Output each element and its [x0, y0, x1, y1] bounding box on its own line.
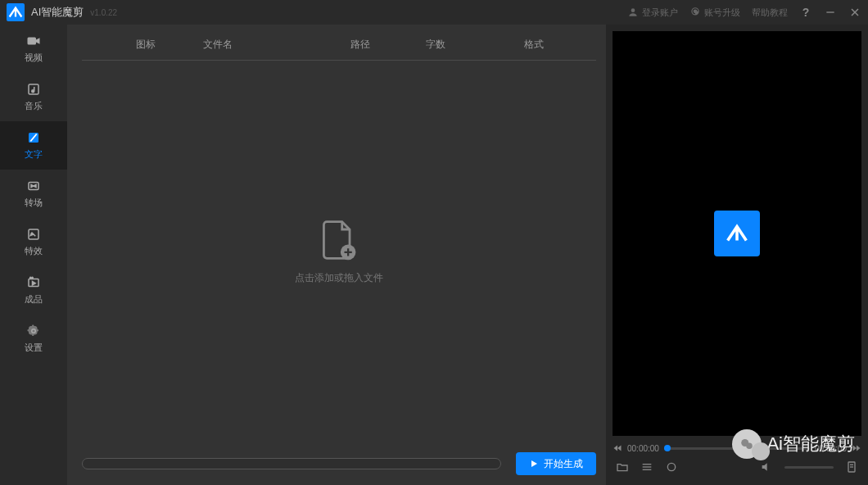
column-header-words: 字数 [426, 38, 524, 52]
sidebar-item-label: 设置 [25, 342, 43, 354]
column-header-filename: 文件名 [203, 38, 350, 52]
table-header: 图标 文件名 路径 字数 格式 [82, 38, 596, 61]
sidebar-item-music[interactable]: 音乐 [0, 73, 67, 121]
forward-icon[interactable] [852, 443, 861, 453]
close-button[interactable] [848, 6, 861, 19]
time-bar: 00:00:00 00:00:00 [613, 441, 861, 456]
upgrade-label: 账号升级 [704, 7, 740, 19]
rewind-icon[interactable] [613, 443, 622, 453]
sidebar-item-label: 音乐 [25, 100, 43, 112]
start-label: 开始生成 [544, 457, 583, 471]
login-label: 登录账户 [642, 7, 678, 19]
preview-logo-icon [714, 211, 760, 256]
titlebar: AI智能魔剪 v1.0.22 登录账户 账号升级 帮助教程 ? [0, 0, 868, 25]
svg-marker-17 [853, 446, 857, 451]
help-label: 帮助教程 [752, 7, 788, 19]
loop-icon[interactable] [665, 460, 678, 474]
volume-icon[interactable] [760, 460, 773, 474]
sidebar-item-label: 文字 [25, 148, 43, 161]
open-folder-icon[interactable] [616, 460, 629, 474]
column-header-format: 格式 [524, 38, 590, 52]
list-icon[interactable] [640, 460, 653, 474]
svg-marker-12 [33, 282, 36, 286]
preview-panel: 00:00:00 00:00:00 [606, 25, 868, 485]
svg-rect-4 [28, 38, 37, 45]
upgrade-button[interactable]: 账号升级 [689, 7, 740, 19]
sidebar-item-label: 特效 [25, 245, 43, 257]
svg-point-22 [667, 463, 675, 470]
svg-marker-14 [531, 460, 537, 467]
preview-video-area [613, 31, 861, 436]
time-total: 00:00:00 [815, 444, 847, 453]
sidebar: 视频 音乐 文字 转场 特效 成品 设置 [0, 25, 67, 485]
sidebar-item-video[interactable]: 视频 [0, 25, 67, 73]
help-icon[interactable]: ? [799, 6, 812, 19]
sidebar-item-label: 视频 [25, 52, 43, 64]
app-version: v1.0.22 [90, 8, 117, 17]
column-header-path: 路径 [350, 38, 426, 52]
file-icon[interactable] [845, 460, 858, 474]
bottom-bar: 开始生成 [82, 452, 596, 475]
dropzone-hint: 点击添加或拖入文件 [295, 271, 383, 285]
svg-point-10 [30, 277, 32, 279]
play-icon [529, 459, 539, 469]
svg-point-11 [32, 277, 34, 279]
app-logo-icon [7, 3, 25, 21]
sidebar-item-label: 转场 [25, 197, 43, 209]
app-title: AI智能魔剪 [31, 5, 84, 20]
sidebar-item-label: 成品 [25, 293, 43, 306]
progress-bar [82, 458, 501, 469]
sidebar-item-transition[interactable]: 转场 [0, 170, 67, 218]
help-tutorial-button[interactable]: 帮助教程 [752, 7, 788, 19]
minimize-button[interactable] [824, 6, 837, 19]
svg-point-0 [631, 8, 635, 12]
add-file-icon [319, 219, 359, 261]
time-scrubber[interactable] [664, 447, 810, 450]
sidebar-item-output[interactable]: 成品 [0, 266, 67, 315]
start-generate-button[interactable]: 开始生成 [516, 452, 596, 475]
main-panel: 图标 文件名 路径 字数 格式 点击添加或拖入文件 开始生成 [67, 25, 606, 485]
volume-slider[interactable] [784, 466, 834, 469]
sidebar-item-text[interactable]: 文字 [0, 121, 67, 170]
svg-marker-15 [614, 446, 618, 451]
login-button[interactable]: 登录账户 [627, 7, 678, 19]
preview-controls [613, 456, 861, 478]
svg-marker-18 [857, 446, 861, 451]
svg-marker-16 [617, 446, 622, 451]
file-dropzone[interactable]: 点击添加或拖入文件 [82, 61, 596, 442]
sidebar-item-effect[interactable]: 特效 [0, 218, 67, 266]
time-current: 00:00:00 [627, 444, 659, 453]
sidebar-item-settings[interactable]: 设置 [0, 315, 67, 363]
column-header-icon: 图标 [88, 38, 203, 52]
